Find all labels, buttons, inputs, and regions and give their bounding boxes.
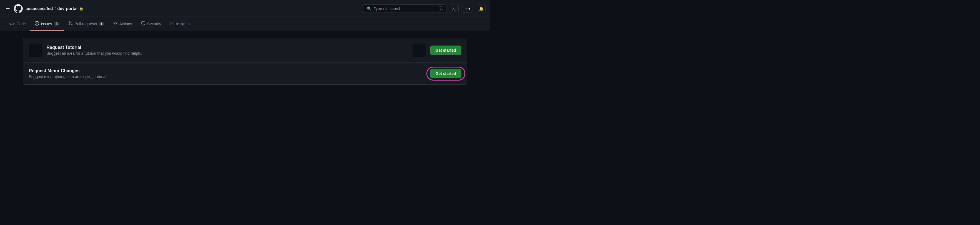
insights-icon xyxy=(170,21,174,26)
lock-icon: 🔒 xyxy=(79,6,84,11)
pull-requests-icon xyxy=(68,21,73,26)
tab-issues[interactable]: Issues 3 xyxy=(30,17,64,31)
issue-templates-list: Request Tutorial Suggest an idea for a t… xyxy=(23,38,467,85)
template-desc-1: Suggest an idea for a tutorial that you … xyxy=(47,51,408,56)
main-content: Request Tutorial Suggest an idea for a t… xyxy=(0,31,490,91)
template-decoration-1 xyxy=(412,44,426,57)
breadcrumb-owner[interactable]: ausaccessfed xyxy=(25,6,53,11)
template-title-2: Request Minor Changes xyxy=(29,68,426,73)
create-new-button[interactable]: + ▾ xyxy=(462,5,473,13)
list-item: Request Tutorial Suggest an idea for a t… xyxy=(23,38,467,63)
get-started-button-1[interactable]: Get started xyxy=(430,46,461,55)
tab-code-label: Code xyxy=(17,22,26,26)
actions-icon xyxy=(113,21,118,26)
notifications-button[interactable]: 🔔 xyxy=(477,4,485,13)
tab-insights-label: Insights xyxy=(176,22,189,26)
template-info-2: Request Minor Changes Suggest minor chan… xyxy=(29,68,426,79)
tab-actions-label: Actions xyxy=(119,22,132,26)
tab-actions[interactable]: Actions xyxy=(109,17,137,31)
code-icon: </> xyxy=(9,21,15,26)
terminal-icon: >_ xyxy=(452,6,457,11)
template-icon-1 xyxy=(29,44,42,57)
tab-security-label: Security xyxy=(147,22,161,26)
get-started-button-2[interactable]: Get started xyxy=(430,69,461,78)
search-box[interactable]: 🔍 Type / to search / xyxy=(363,5,446,13)
pull-requests-badge: 1 xyxy=(99,22,104,26)
tab-insights[interactable]: Insights xyxy=(165,17,194,31)
template-desc-2: Suggest minor changes to an existing tut… xyxy=(29,75,426,79)
topbar-left: ☰ ausaccessfed / dev-portal 🔒 xyxy=(5,4,360,13)
issues-badge: 3 xyxy=(54,22,60,26)
nav-tabs: </> Code Issues 3 Pull requests 1 Action… xyxy=(0,17,490,31)
tab-pull-requests[interactable]: Pull requests 1 xyxy=(64,17,109,31)
tab-pull-requests-label: Pull requests xyxy=(75,22,97,26)
tab-issues-label: Issues xyxy=(41,22,52,26)
tab-security[interactable]: Security xyxy=(137,17,166,31)
get-started-wrapper-2: Get started xyxy=(430,69,461,78)
breadcrumb: ausaccessfed / dev-portal 🔒 xyxy=(25,6,84,11)
terminal-button[interactable]: >_ xyxy=(450,4,459,13)
breadcrumb-separator: / xyxy=(54,6,56,11)
template-title-1: Request Tutorial xyxy=(47,45,408,50)
menu-icon[interactable]: ☰ xyxy=(5,5,11,13)
bell-icon: 🔔 xyxy=(479,6,484,11)
search-placeholder-text: Type / to search xyxy=(374,6,436,11)
list-item: Request Minor Changes Suggest minor chan… xyxy=(23,63,467,85)
plus-icon: + xyxy=(465,6,467,11)
security-icon xyxy=(141,21,145,26)
search-icon: 🔍 xyxy=(367,6,371,11)
tab-code[interactable]: </> Code xyxy=(5,18,30,30)
search-kbd: / xyxy=(439,6,443,11)
template-info-1: Request Tutorial Suggest an idea for a t… xyxy=(47,45,408,56)
github-logo-icon[interactable] xyxy=(14,4,23,13)
issues-icon xyxy=(35,21,39,26)
chevron-down-icon: ▾ xyxy=(468,6,470,11)
breadcrumb-repo[interactable]: dev-portal xyxy=(57,6,78,11)
topbar: ☰ ausaccessfed / dev-portal 🔒 🔍 Type / t… xyxy=(0,0,490,17)
topbar-right: 🔍 Type / to search / >_ + ▾ 🔔 xyxy=(363,4,485,13)
